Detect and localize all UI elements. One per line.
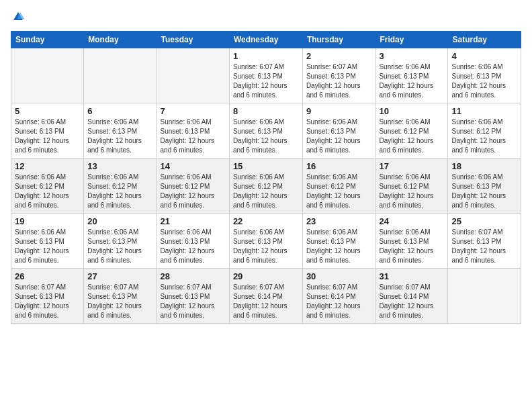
day-info: Sunrise: 6:07 AM Sunset: 6:14 PM Dayligh… [379,283,444,320]
day-info: Sunrise: 6:07 AM Sunset: 6:13 PM Dayligh… [87,283,152,320]
day-number: 29 [233,271,299,281]
calendar-day-cell: 30Sunrise: 6:07 AM Sunset: 6:14 PM Dayli… [302,269,375,324]
column-header-wednesday: Wednesday [229,32,302,48]
calendar-day-cell: 4Sunrise: 6:06 AM Sunset: 6:13 PM Daylig… [448,48,521,103]
day-number: 8 [233,106,299,116]
calendar-day-cell: 17Sunrise: 6:06 AM Sunset: 6:12 PM Dayli… [375,158,448,214]
calendar-day-cell: 29Sunrise: 6:07 AM Sunset: 6:14 PM Dayli… [229,269,302,324]
calendar-header-row: SundayMondayTuesdayWednesdayThursdayFrid… [11,32,521,48]
column-header-friday: Friday [375,32,448,48]
logo [11,11,26,23]
day-info: Sunrise: 6:07 AM Sunset: 6:14 PM Dayligh… [306,283,372,320]
calendar-day-cell: 5Sunrise: 6:06 AM Sunset: 6:13 PM Daylig… [11,103,84,158]
calendar-week-1: 1Sunrise: 6:07 AM Sunset: 6:13 PM Daylig… [11,48,521,103]
day-number: 5 [15,106,80,116]
day-number: 21 [161,216,226,226]
day-info: Sunrise: 6:06 AM Sunset: 6:12 PM Dayligh… [379,173,444,210]
day-number: 10 [379,106,444,116]
calendar-day-cell: 7Sunrise: 6:06 AM Sunset: 6:13 PM Daylig… [157,103,229,158]
calendar-day-cell: 14Sunrise: 6:06 AM Sunset: 6:12 PM Dayli… [157,158,229,214]
calendar-week-3: 12Sunrise: 6:06 AM Sunset: 6:12 PM Dayli… [11,158,521,214]
day-number: 9 [306,106,372,116]
calendar-day-cell: 20Sunrise: 6:06 AM Sunset: 6:13 PM Dayli… [84,214,157,269]
day-number: 2 [306,51,372,61]
calendar-week-5: 26Sunrise: 6:07 AM Sunset: 6:13 PM Dayli… [11,269,521,324]
day-info: Sunrise: 6:06 AM Sunset: 6:13 PM Dayligh… [161,118,226,155]
day-number: 24 [379,216,444,226]
day-info: Sunrise: 6:06 AM Sunset: 6:12 PM Dayligh… [87,173,152,210]
calendar-day-cell: 12Sunrise: 6:06 AM Sunset: 6:12 PM Dayli… [11,158,84,214]
calendar-day-cell: 8Sunrise: 6:06 AM Sunset: 6:13 PM Daylig… [229,103,302,158]
calendar-day-cell [84,48,157,103]
day-info: Sunrise: 6:06 AM Sunset: 6:13 PM Dayligh… [87,228,152,265]
calendar-day-cell: 18Sunrise: 6:06 AM Sunset: 6:13 PM Dayli… [448,158,521,214]
calendar-day-cell: 21Sunrise: 6:06 AM Sunset: 6:13 PM Dayli… [157,214,229,269]
day-number: 16 [306,161,372,171]
day-number: 15 [233,161,299,171]
day-number: 18 [451,161,517,171]
day-info: Sunrise: 6:06 AM Sunset: 6:13 PM Dayligh… [161,228,226,265]
day-number: 25 [451,216,517,226]
day-number: 31 [379,271,444,281]
calendar-day-cell: 25Sunrise: 6:07 AM Sunset: 6:13 PM Dayli… [448,214,521,269]
calendar-day-cell: 10Sunrise: 6:06 AM Sunset: 6:12 PM Dayli… [375,103,448,158]
day-info: Sunrise: 6:06 AM Sunset: 6:12 PM Dayligh… [161,173,226,210]
day-info: Sunrise: 6:06 AM Sunset: 6:13 PM Dayligh… [87,118,152,155]
day-number: 6 [87,106,152,116]
day-number: 1 [233,51,299,61]
day-number: 28 [161,271,226,281]
day-info: Sunrise: 6:06 AM Sunset: 6:13 PM Dayligh… [15,228,80,265]
column-header-thursday: Thursday [302,32,375,48]
day-info: Sunrise: 6:06 AM Sunset: 6:13 PM Dayligh… [306,228,372,265]
day-info: Sunrise: 6:07 AM Sunset: 6:14 PM Dayligh… [233,283,299,320]
page-header [11,11,521,23]
calendar-day-cell: 24Sunrise: 6:06 AM Sunset: 6:13 PM Dayli… [375,214,448,269]
day-number: 26 [15,271,80,281]
day-info: Sunrise: 6:06 AM Sunset: 6:12 PM Dayligh… [306,173,372,210]
column-header-sunday: Sunday [11,32,84,48]
day-number: 14 [161,161,226,171]
day-number: 12 [15,161,80,171]
calendar-week-2: 5Sunrise: 6:06 AM Sunset: 6:13 PM Daylig… [11,103,521,158]
calendar-week-4: 19Sunrise: 6:06 AM Sunset: 6:13 PM Dayli… [11,214,521,269]
day-number: 13 [87,161,152,171]
day-info: Sunrise: 6:07 AM Sunset: 6:13 PM Dayligh… [15,283,80,320]
column-header-monday: Monday [84,32,157,48]
calendar-day-cell: 11Sunrise: 6:06 AM Sunset: 6:12 PM Dayli… [448,103,521,158]
calendar-day-cell: 15Sunrise: 6:06 AM Sunset: 6:12 PM Dayli… [229,158,302,214]
calendar-day-cell: 3Sunrise: 6:06 AM Sunset: 6:13 PM Daylig… [375,48,448,103]
calendar-day-cell: 27Sunrise: 6:07 AM Sunset: 6:13 PM Dayli… [84,269,157,324]
day-number: 11 [451,106,517,116]
day-number: 23 [306,216,372,226]
day-number: 7 [161,106,226,116]
calendar-day-cell [448,269,521,324]
day-info: Sunrise: 6:06 AM Sunset: 6:13 PM Dayligh… [15,118,80,155]
day-info: Sunrise: 6:06 AM Sunset: 6:13 PM Dayligh… [233,228,299,265]
calendar-day-cell: 13Sunrise: 6:06 AM Sunset: 6:12 PM Dayli… [84,158,157,214]
calendar-day-cell [157,48,229,103]
calendar-day-cell: 26Sunrise: 6:07 AM Sunset: 6:13 PM Dayli… [11,269,84,324]
day-number: 3 [379,51,444,61]
day-info: Sunrise: 6:07 AM Sunset: 6:13 PM Dayligh… [451,228,517,265]
calendar-day-cell: 16Sunrise: 6:06 AM Sunset: 6:12 PM Dayli… [302,158,375,214]
day-info: Sunrise: 6:07 AM Sunset: 6:13 PM Dayligh… [161,283,226,320]
day-info: Sunrise: 6:06 AM Sunset: 6:13 PM Dayligh… [233,118,299,155]
day-number: 27 [87,271,152,281]
day-number: 4 [451,51,517,61]
day-info: Sunrise: 6:06 AM Sunset: 6:13 PM Dayligh… [379,228,444,265]
calendar-day-cell: 6Sunrise: 6:06 AM Sunset: 6:13 PM Daylig… [84,103,157,158]
day-number: 17 [379,161,444,171]
calendar-day-cell [11,48,84,103]
calendar-day-cell: 22Sunrise: 6:06 AM Sunset: 6:13 PM Dayli… [229,214,302,269]
calendar-day-cell: 31Sunrise: 6:07 AM Sunset: 6:14 PM Dayli… [375,269,448,324]
column-header-saturday: Saturday [448,32,521,48]
day-info: Sunrise: 6:06 AM Sunset: 6:12 PM Dayligh… [451,118,517,155]
day-number: 22 [233,216,299,226]
calendar-day-cell: 9Sunrise: 6:06 AM Sunset: 6:13 PM Daylig… [302,103,375,158]
logo-icon [12,11,24,23]
day-info: Sunrise: 6:07 AM Sunset: 6:13 PM Dayligh… [306,62,372,100]
day-info: Sunrise: 6:06 AM Sunset: 6:12 PM Dayligh… [379,118,444,155]
day-info: Sunrise: 6:07 AM Sunset: 6:13 PM Dayligh… [233,62,299,100]
day-info: Sunrise: 6:06 AM Sunset: 6:13 PM Dayligh… [306,118,372,155]
day-number: 19 [15,216,80,226]
